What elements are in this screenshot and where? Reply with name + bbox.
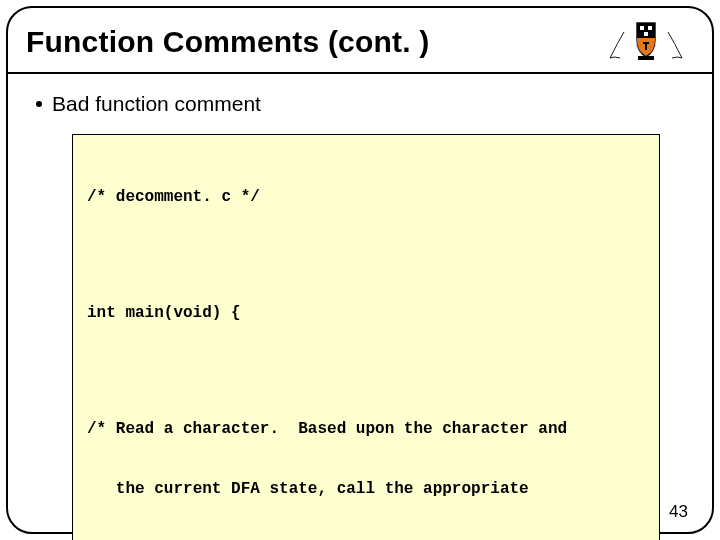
princeton-shield-icon xyxy=(604,18,688,66)
bullet-primary: Bad function comment xyxy=(36,92,684,116)
slide-title: Function Comments (cont. ) xyxy=(26,25,430,59)
svg-rect-3 xyxy=(638,56,654,60)
code-line: /* Read a character. Based upon the char… xyxy=(87,419,645,439)
svg-rect-2 xyxy=(644,32,648,36)
code-block: /* decomment. c */ int main(void) { /* R… xyxy=(72,134,660,540)
svg-rect-1 xyxy=(648,26,652,30)
svg-rect-0 xyxy=(640,26,644,30)
slide-header: Function Comments (cont. ) xyxy=(8,8,712,72)
code-line: int main(void) { xyxy=(87,303,645,323)
bullet-text: Bad function comment xyxy=(52,92,261,116)
code-line: /* decomment. c */ xyxy=(87,187,645,207)
bullet-dot-icon xyxy=(36,101,42,107)
page-number: 43 xyxy=(669,502,688,522)
slide-frame: Function Comments (cont. ) xyxy=(6,6,714,534)
slide-body: Bad function comment /* decomment. c */ … xyxy=(8,74,712,540)
code-line: the current DFA state, call the appropri… xyxy=(87,479,645,499)
